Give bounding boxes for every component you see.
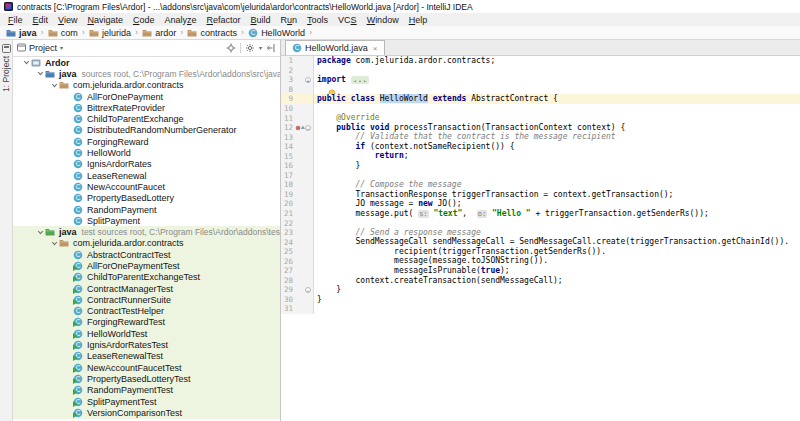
editor-gutter[interactable]: 31 [281,304,314,314]
breadcrumb-java[interactable]: java [6,28,37,38]
menu-help[interactable]: Help [404,15,433,25]
code-line-19[interactable]: 19 TransactionResponse triggerTransactio… [281,190,800,200]
menu-analyze[interactable]: Analyze [159,15,201,25]
code-line-9[interactable]: 9public class HelloWorld extends Abstrac… [281,94,800,104]
editor-gutter[interactable]: 16 [281,161,314,171]
code-line-15[interactable]: 15 return; [281,151,800,161]
editor-gutter[interactable]: 30 [281,295,314,305]
code-line-10[interactable]: 10 [281,104,800,114]
tree-item-forgingrewardtest[interactable]: CForgingRewardTest [13,317,280,328]
code-line-18[interactable]: 18 // Compose the message [281,180,800,190]
tree-item-com.jelurida.ardor.contracts[interactable]: com.jelurida.ardor.contracts [13,80,280,91]
breadcrumb-com[interactable]: com [48,28,78,38]
fold-minus-icon[interactable]: − [305,287,311,293]
tree-item-ignisardorratestest[interactable]: CIgnisArdorRatesTest [13,339,280,350]
code-line-17[interactable]: 17 [281,171,800,181]
tree-item-newaccountfaucettest[interactable]: CNewAccountFaucetTest [13,362,280,373]
tree-item-com.jelurida.ardor.contracts[interactable]: com.jelurida.ardor.contracts [13,238,280,249]
code-line-28[interactable]: 28 context.createTransaction(sendMessage… [281,276,800,286]
tree-item-randompayment[interactable]: CRandomPayment [13,204,280,215]
editor-gutter[interactable]: 28 [281,276,314,286]
editor-gutter[interactable]: 26 [281,256,314,266]
editor-gutter[interactable]: 15 [281,151,314,161]
code-line-27[interactable]: 27 messageIsPrunable(true); [281,266,800,276]
tree-item-childtoparentexchange[interactable]: CChildToParentExchange [13,113,280,124]
code-line-16[interactable]: 16 } [281,161,800,171]
code-line-23[interactable]: 23 // Send a response message [281,228,800,238]
tree-item-ardor[interactable]: Ardor [13,57,280,68]
editor-gutter[interactable]: 29− [281,285,314,295]
tree-item-newaccountfaucet[interactable]: CNewAccountFaucet [13,181,280,192]
tree-item-contractrunnersuite[interactable]: CContractRunnerSuite [13,294,280,305]
chevron-down-icon[interactable]: ▾ [60,45,63,51]
tree-item-distributedrandomnumbergenerator[interactable]: CDistributedRandomNumberGenerator [13,125,280,136]
editor-gutter[interactable]: 21 [281,209,314,219]
code-line-24[interactable]: 24 SendMessageCall sendMessageCall = Sen… [281,237,800,247]
code-line-22[interactable]: 22 [281,218,800,228]
editor-gutter[interactable]: 18 [281,180,314,190]
code-editor[interactable]: 1package com.jelurida.ardor.contracts;23… [281,56,800,421]
code-line-11[interactable]: 11 @Override [281,113,800,123]
chevron-down-icon[interactable] [51,82,59,89]
code-line-1[interactable]: 1package com.jelurida.ardor.contracts; [281,56,800,66]
editor-gutter[interactable]: 10 [281,104,314,114]
gear-icon[interactable] [245,43,255,53]
code-line-30[interactable]: 30} [281,295,800,305]
project-view-title[interactable]: Project [29,43,57,53]
breadcrumb-helloworld[interactable]: CHelloWorld [248,28,305,38]
tree-item-ignisardorrates[interactable]: CIgnisArdorRates [13,159,280,170]
menu-code[interactable]: Code [128,15,160,25]
tree-item-versioncomparisontest[interactable]: CVersionComparisonTest [13,407,280,418]
tree-item-splitpayment[interactable]: CSplitPayment [13,215,280,226]
tree-item-java[interactable]: javasources root, C:\Program Files\Ardor… [13,68,280,79]
code-line-26[interactable]: 26 message(message.toJSONString()). [281,256,800,266]
chevron-down-icon[interactable] [37,70,45,77]
editor-gutter[interactable]: 22 [281,218,314,228]
menu-file[interactable]: File [3,15,28,25]
tree-item-leaserenewaltest[interactable]: CLeaseRenewalTest [13,351,280,362]
editor-gutter[interactable]: 14 [281,142,314,152]
tree-item-allforonepayment[interactable]: CAllForOnePayment [13,91,280,102]
tree-item-java[interactable]: javatest sources root, C:\Program Files\… [13,226,280,237]
editor-gutter[interactable]: 8 [281,85,314,95]
menu-run[interactable]: Run [276,15,303,25]
code-line-2[interactable]: 2 [281,66,800,76]
menu-tools[interactable]: Tools [302,15,333,25]
hide-panel-icon[interactable] [266,43,276,53]
tree-item-leaserenewal[interactable]: CLeaseRenewal [13,170,280,181]
close-icon[interactable]: × [373,44,378,53]
menu-build[interactable]: Build [246,15,276,25]
menu-refactor[interactable]: Refactor [202,15,246,25]
chevron-down-icon[interactable] [37,229,45,236]
locate-file-icon[interactable] [226,43,236,53]
code-line-12[interactable]: 12− public void processTransaction(Trans… [281,123,800,133]
tree-item-bittrexrateprovider[interactable]: CBittrexRateProvider [13,102,280,113]
editor-gutter[interactable]: 2 [281,66,314,76]
editor-gutter[interactable]: 13 [281,132,314,142]
menu-view[interactable]: View [53,15,82,25]
override-method-icon[interactable] [295,124,305,132]
editor-gutter[interactable]: 23 [281,228,314,238]
breadcrumb-ardor[interactable]: ardor [142,28,176,38]
menu-navigate[interactable]: Navigate [82,15,128,25]
menu-vcs[interactable]: VCS [333,15,362,25]
tree-item-allforonepaymenttest[interactable]: CAllForOnePaymentTest [13,260,280,271]
tree-item-contracttesthelper[interactable]: CContractTestHelper [13,306,280,317]
editor-tab-helloworld[interactable]: C HelloWorld.java × [285,40,385,55]
menu-window[interactable]: Window [362,15,404,25]
code-line-14[interactable]: 14 if (context.notSameRecipient()) { [281,142,800,152]
code-line-13[interactable]: 13 // Validate that the contract is the … [281,132,800,142]
tree-item-splitpaymenttest[interactable]: CSplitPaymentTest [13,396,280,407]
editor-gutter[interactable]: 9 [281,94,314,104]
code-line-3[interactable]: 3+import ... [281,75,800,85]
project-tool-window-button[interactable]: 1: Project [0,44,12,92]
editor-gutter[interactable]: 19 [281,190,314,200]
tree-item-propertybasedlottery[interactable]: CPropertyBasedLottery [13,193,280,204]
code-line-20[interactable]: 20 JO message = new JO(); [281,199,800,209]
editor-gutter[interactable]: 24 [281,237,314,247]
code-line-21[interactable]: 21 message.put( s: "text", o: "Hello " +… [281,209,800,219]
editor-gutter[interactable]: 17 [281,171,314,181]
fold-minus-icon[interactable]: − [305,125,311,131]
breadcrumb-jelurida[interactable]: jelurida [89,28,131,38]
menu-edit[interactable]: Edit [28,15,54,25]
